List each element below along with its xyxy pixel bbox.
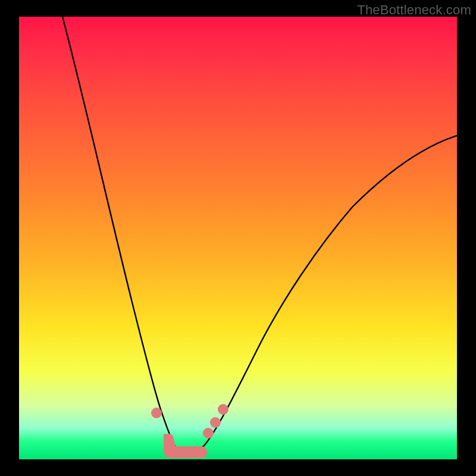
minimum-marker-blob [164,434,207,458]
curve-marker-dot [151,408,162,418]
curve-marker-dot [210,417,221,428]
plot-area [19,17,457,459]
bottleneck-curve [19,17,457,459]
watermark-text: TheBottleneck.com [357,2,471,18]
curve-marker-dot [203,428,214,439]
outer-frame: TheBottleneck.com [0,0,476,476]
curve-right-branch [203,136,457,446]
curve-left-branch [62,17,175,446]
curve-marker-dot [218,404,228,415]
